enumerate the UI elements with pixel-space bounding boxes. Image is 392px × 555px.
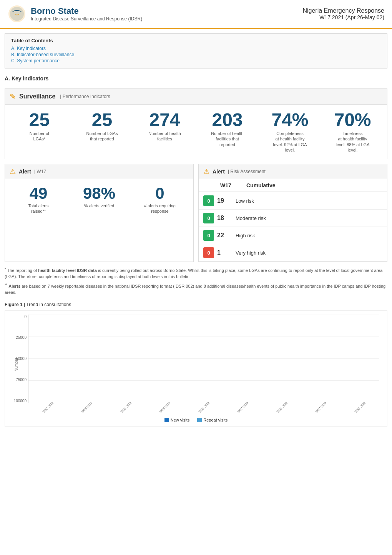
legend-new-box (164, 418, 169, 422)
alert-risk-title: Alert (213, 168, 225, 175)
kpi-timeliness-label: Timelinessat health facilitylevel. 88% a… (321, 131, 384, 153)
surveillance-subtitle: | Performance Indicators (60, 94, 110, 99)
risk-count-very-high-cum: 1 (217, 249, 233, 256)
figure-1-title: Figure 1 | Trend in consultations (5, 302, 387, 307)
risk-label-low: Low risk (236, 198, 254, 204)
kpi-facilities-reported: 203 Number of healthfacilities thatrepor… (196, 111, 259, 153)
y-label-4: 75000 (16, 378, 27, 382)
x-axis: W52 2016 W26 2017 W01 2018 W26 2018 W01 … (28, 410, 379, 415)
x-label-3: W01 2018 (120, 401, 132, 413)
kpi-lgas: 25 Number ofLGAs* (8, 111, 71, 153)
page-header: Borno State Integrated Disease Surveilla… (0, 0, 392, 29)
kpi-lgas-reported-label: Number of LGAsthat reported (71, 131, 133, 142)
risk-label-high: High risk (236, 233, 255, 238)
kpi-total-alerts-label: Total alertsraised** (8, 203, 69, 214)
kpi-alerts-verified: 98% % alerts verified (69, 185, 130, 214)
risk-label-very-high: Very high risk (236, 250, 266, 256)
toc-link-a[interactable]: A. Key indicators (11, 46, 381, 51)
chart-legend: New visits Repeat visits (9, 418, 383, 422)
x-label-1: W52 2016 (42, 401, 54, 413)
kpi-completeness-number: 74% (259, 111, 321, 129)
toc-link-b[interactable]: B. Indicator-based surveillance (11, 52, 381, 57)
risk-badge-low-w17: 0 (203, 195, 214, 206)
footnote-2: ** Alerts are based on 7 weekly reportab… (5, 282, 387, 296)
surveillance-title: Surveillance (19, 93, 55, 100)
chart-inner (28, 315, 379, 403)
header-left: Borno State Integrated Disease Surveilla… (8, 5, 142, 23)
legend-repeat-visits: Repeat visits (197, 418, 228, 422)
kpi-facilities-reported-label: Number of healthfacilities thatreported (196, 131, 259, 147)
state-title: Borno State (31, 6, 142, 16)
kpi-completeness-label: Completenessat health facilitylevel. 92%… (259, 131, 321, 153)
risk-badge-high-w17: 0 (203, 230, 214, 241)
x-label-8: W27 2020 (315, 401, 327, 413)
kpi-facilities-number: 274 (133, 111, 196, 129)
alert-w17-bell-icon: ⚠ (10, 167, 16, 176)
alert-w17-kpi-row: 49 Total alertsraised** 98% % alerts ver… (5, 179, 193, 220)
legend-new-label: New visits (171, 418, 190, 422)
kpi-alerts-verified-number: 98% (69, 185, 130, 202)
y-label-2: 25000 (16, 335, 27, 340)
risk-badge-moderate-w17: 0 (203, 213, 214, 223)
kpi-alerts-verified-label: % alerts verified (69, 203, 130, 208)
alert-w17-subtitle: | W17 (34, 169, 46, 174)
grid-line-100k (28, 315, 379, 315)
toc-title: Table of Contents (11, 38, 381, 43)
risk-row-low: 0 19 Low risk (199, 192, 387, 210)
x-label-4: W26 2018 (159, 401, 171, 413)
risk-row-moderate: 0 18 Moderate risk (199, 210, 387, 227)
header-right: Nigeria Emergency Response W17 2021 (Apr… (302, 7, 384, 20)
footnotes-section: * The reporting of health facility level… (5, 267, 387, 295)
alert-risk-bell-icon: ⚠ (203, 167, 209, 176)
alerts-row: ⚠ Alert | W17 49 Total alertsraised** 98… (5, 164, 387, 262)
kpi-total-alerts: 49 Total alertsraised** (8, 185, 69, 214)
surveillance-panel: ✎ Surveillance | Performance Indicators … (5, 88, 387, 159)
risk-label-moderate: Moderate risk (236, 215, 266, 221)
legend-repeat-box (197, 418, 202, 422)
chart-container: 100000 75000 50000 25000 0 Number W52 20 (9, 315, 383, 415)
kpi-total-alerts-number: 49 (8, 185, 69, 202)
x-label-6: W27 2019 (237, 401, 249, 413)
alert-w17-title: Alert (19, 168, 31, 175)
chart-area: 100000 75000 50000 25000 0 Number W52 20 (5, 310, 387, 427)
alert-risk-subtitle: | Risk Assessment (228, 169, 266, 174)
risk-col-cumulative: Cumulative (246, 182, 382, 188)
kpi-facilities-reported-number: 203 (196, 111, 259, 129)
kpi-lgas-reported-number: 25 (71, 111, 133, 129)
y-label-1: 0 (24, 315, 27, 319)
grid-line-25k (28, 380, 379, 381)
section-a-title: A. Key indicators (5, 73, 387, 84)
header-title-block: Borno State Integrated Disease Surveilla… (31, 6, 142, 22)
risk-badge-very-high-w17: 0 (203, 247, 214, 258)
kpi-facilities-label: Number of healthfacilities (133, 131, 196, 142)
x-label-2: W26 2017 (81, 401, 93, 413)
y-axis-label: Number (14, 358, 18, 372)
alert-w17-panel: ⚠ Alert | W17 49 Total alertsraised** 98… (5, 164, 194, 262)
borno-icon (8, 5, 26, 23)
risk-row-very-high: 0 1 Very high risk (199, 244, 387, 262)
kpi-timeliness: 70% Timelinessat health facilitylevel. 8… (321, 111, 384, 153)
x-label-5: W01 2019 (198, 401, 210, 413)
figure-1-section: Figure 1 | Trend in consultations 100000… (5, 302, 387, 427)
risk-count-high-cum: 22 (217, 232, 233, 239)
kpi-lgas-reported: 25 Number of LGAsthat reported (71, 111, 133, 153)
legend-repeat-label: Repeat visits (203, 418, 228, 422)
toc-link-c[interactable]: C. System performance (11, 58, 381, 63)
kpi-facilities: 274 Number of healthfacilities (133, 111, 196, 153)
kpi-completeness: 74% Completenessat health facilitylevel.… (259, 111, 321, 153)
alert-w17-header: ⚠ Alert | W17 (5, 164, 193, 179)
risk-col-w17: W17 (220, 182, 243, 188)
surveillance-icon: ✎ (10, 92, 16, 101)
kpi-alerts-response-number: 0 (130, 185, 190, 202)
risk-table-header: W17 Cumulative (199, 179, 387, 192)
alert-risk-panel: ⚠ Alert | Risk Assessment W17 Cumulative… (198, 164, 387, 262)
grid-line-50k (28, 358, 379, 359)
program-subtitle: Integrated Disease Surveillance and Resp… (31, 16, 142, 22)
org-name: Nigeria Emergency Response (302, 7, 384, 14)
risk-row-high: 0 22 High risk (199, 227, 387, 244)
x-label-9: W53 2020 (354, 401, 366, 413)
alert-risk-header: ⚠ Alert | Risk Assessment (199, 164, 387, 179)
kpi-alerts-response: 0 # alerts requiringresponse (130, 185, 190, 214)
surveillance-header: ✎ Surveillance | Performance Indicators (5, 89, 387, 105)
week-label: W17 2021 (Apr 26-May 02) (302, 14, 384, 20)
